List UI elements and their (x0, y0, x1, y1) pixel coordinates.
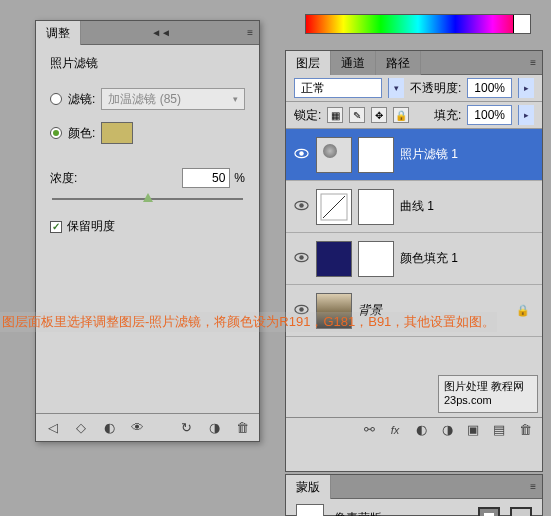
masks-panel: 蒙版 ≡ 像素蒙版 (285, 474, 543, 516)
panel-menu-icon[interactable]: ≡ (241, 27, 259, 38)
tab-adjustments[interactable]: 调整 (36, 21, 81, 45)
opacity-input[interactable]: 100% (467, 78, 512, 98)
instruction-overlay: 图层面板里选择调整图层-照片滤镜，将颜色设为R191，G181，B91，其他设置… (0, 312, 497, 332)
color-label: 颜色: (68, 125, 95, 142)
svg-point-6 (299, 255, 304, 260)
visibility-toggle[interactable] (292, 250, 310, 268)
trash-icon[interactable]: 🗑 (516, 421, 534, 439)
pixel-mask-button[interactable] (478, 507, 500, 516)
right-column (285, 0, 551, 40)
layer-name-label: 照片滤镜 1 (400, 146, 536, 163)
clip-icon[interactable]: ◐ (100, 419, 118, 437)
layer-row-solidfill[interactable]: 颜色填充 1 (286, 233, 542, 285)
fill-input[interactable]: 100% (467, 105, 512, 125)
new-adjustment-icon[interactable]: ◑ (438, 421, 456, 439)
collapse-icon[interactable]: ◄◄ (145, 27, 177, 38)
opacity-arrow-icon[interactable]: ▸ (518, 78, 534, 98)
density-row: 浓度: % (50, 168, 245, 188)
trash-icon[interactable]: 🗑 (233, 419, 251, 437)
vector-mask-button[interactable] (510, 507, 532, 516)
fill-value: 100% (474, 108, 505, 122)
fill-arrow-icon[interactable]: ▸ (518, 105, 534, 125)
adjustment-thumb-icon[interactable] (316, 137, 352, 173)
adjustment-title: 照片滤镜 (50, 55, 245, 72)
panel-tab-bar: 调整 ◄◄ ≡ (36, 21, 259, 45)
panel-menu-icon[interactable]: ≡ (524, 481, 542, 492)
tab-masks[interactable]: 蒙版 (286, 475, 331, 499)
layer-mask-thumb[interactable] (358, 189, 394, 225)
density-slider[interactable] (52, 198, 243, 200)
slider-thumb-icon[interactable] (143, 193, 153, 202)
svg-point-8 (299, 307, 304, 312)
blend-mode-value: 正常 (301, 80, 325, 97)
adjustment-thumb-icon[interactable] (316, 241, 352, 277)
filter-combo[interactable]: 加温滤镜 (85) ▾ (101, 88, 245, 110)
masks-body: 像素蒙版 (286, 499, 542, 516)
masks-tab-bar: 蒙版 ≡ (286, 475, 542, 499)
density-label: 浓度: (50, 170, 182, 187)
visibility-toggle[interactable] (292, 198, 310, 216)
preserve-label: 保留明度 (67, 218, 115, 235)
adjustments-panel: 调整 ◄◄ ≡ 照片滤镜 滤镜: 加温滤镜 (85) ▾ 颜色: 浓度: % (35, 20, 260, 442)
adjustments-body: 照片滤镜 滤镜: 加温滤镜 (85) ▾ 颜色: 浓度: % ✓ 保留明度 (36, 45, 259, 245)
filter-radio-row: 滤镜: 加温滤镜 (85) ▾ (50, 88, 245, 110)
blend-opacity-row: 正常 ▾ 不透明度: 100%▸ (286, 75, 542, 102)
layers-list: 照片滤镜 1 曲线 1 颜色填充 1 背景 🔒 (286, 129, 542, 337)
back-icon[interactable]: ◁ (44, 419, 62, 437)
density-input[interactable] (182, 168, 230, 188)
link-icon[interactable]: ⚯ (360, 421, 378, 439)
blend-mode-select[interactable]: 正常 (294, 78, 382, 98)
tab-channels[interactable]: 通道 (331, 51, 376, 75)
watermark-line2: 23ps.com (444, 394, 492, 406)
mask-type-label: 像素蒙版 (334, 510, 382, 517)
prev-icon[interactable]: ◑ (205, 419, 223, 437)
mask-thumb[interactable] (296, 504, 324, 516)
lock-all-icon[interactable]: 🔒 (393, 107, 409, 123)
layers-panel: 图层 通道 路径 ≡ 正常 ▾ 不透明度: 100%▸ 锁定: ▦ ✎ ✥ 🔒 … (285, 50, 543, 472)
lock-transparency-icon[interactable]: ▦ (327, 107, 343, 123)
layer-row-photofilter[interactable]: 照片滤镜 1 (286, 129, 542, 181)
visibility-toggle[interactable] (292, 146, 310, 164)
lock-fill-row: 锁定: ▦ ✎ ✥ 🔒 填充: 100%▸ (286, 102, 542, 129)
filter-radio[interactable] (50, 93, 62, 105)
lock-label: 锁定: (294, 107, 321, 124)
layers-footer: ⚯ fx ◐ ◑ ▣ ▤ 🗑 (286, 417, 542, 441)
color-radio[interactable] (50, 127, 62, 139)
opacity-label: 不透明度: (410, 80, 461, 97)
new-layer-icon[interactable]: ▤ (490, 421, 508, 439)
eye-icon[interactable]: 👁 (128, 419, 146, 437)
layer-name-label: 颜色填充 1 (400, 250, 536, 267)
lock-position-icon[interactable]: ✥ (371, 107, 387, 123)
panel-menu-icon[interactable]: ≡ (524, 57, 542, 68)
density-unit: % (234, 171, 245, 185)
new-group-icon[interactable]: ▣ (464, 421, 482, 439)
svg-point-1 (299, 151, 304, 156)
fx-icon[interactable]: fx (386, 421, 404, 439)
adjustment-thumb-icon[interactable] (316, 189, 352, 225)
filter-label: 滤镜: (68, 91, 95, 108)
layer-mask-thumb[interactable] (358, 137, 394, 173)
tab-layers[interactable]: 图层 (286, 51, 331, 75)
preserve-checkbox[interactable]: ✓ (50, 221, 62, 233)
lock-paint-icon[interactable]: ✎ (349, 107, 365, 123)
lock-icon: 🔒 (516, 304, 530, 317)
layer-row-curves[interactable]: 曲线 1 (286, 181, 542, 233)
opacity-value: 100% (474, 81, 505, 95)
layer-name-label: 曲线 1 (400, 198, 536, 215)
fill-label: 填充: (434, 107, 461, 124)
tab-paths[interactable]: 路径 (376, 51, 421, 75)
color-swatch[interactable] (101, 122, 133, 144)
chevron-down-icon: ▾ (233, 94, 238, 104)
watermark-line1: 图片处理 (444, 380, 488, 392)
color-radio-row: 颜色: (50, 122, 245, 144)
watermark-line3: 教程网 (491, 380, 524, 392)
adjustments-footer: ◁ ◇ ◐ 👁 ↻ ◑ 🗑 (36, 413, 259, 441)
chevron-down-icon[interactable]: ▾ (388, 78, 404, 98)
add-mask-icon[interactable]: ◐ (412, 421, 430, 439)
color-spectrum[interactable] (305, 14, 531, 34)
expand-icon[interactable]: ◇ (72, 419, 90, 437)
svg-point-3 (299, 203, 304, 208)
reset-icon[interactable]: ↻ (177, 419, 195, 437)
layer-mask-thumb[interactable] (358, 241, 394, 277)
layers-tab-bar: 图层 通道 路径 ≡ (286, 51, 542, 75)
